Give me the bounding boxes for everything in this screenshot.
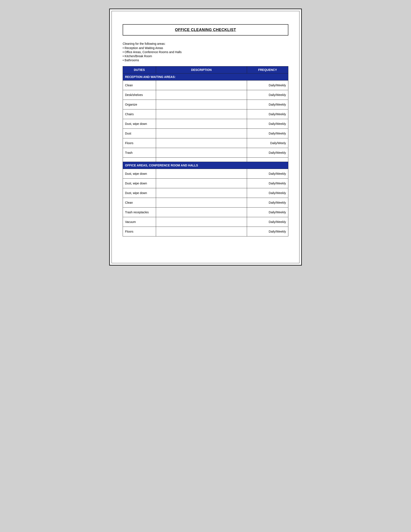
intro-label: Cleaning for the following areas:	[123, 42, 288, 45]
empty-cell	[156, 158, 247, 162]
table-row: CleanDaily/Weekly	[123, 81, 288, 90]
duty-cell: Floors	[123, 138, 156, 148]
duty-cell: Floors	[123, 227, 156, 237]
description-cell	[156, 179, 247, 188]
bullet-item: Kitchen/Break Room	[123, 54, 288, 58]
description-cell	[156, 90, 247, 100]
frequency-cell: Daily/Weekly	[247, 179, 288, 188]
page-title: OFFICE CLEANING CHECKLIST	[175, 28, 236, 32]
title-box: OFFICE CLEANING CHECKLIST	[123, 24, 288, 36]
duty-cell: Chairs	[123, 109, 156, 119]
header-description: DESCRIPTION	[156, 66, 247, 74]
table-row: Dust, wipe downDaily/Weekly	[123, 188, 288, 198]
duty-cell: Dust, wipe down	[123, 119, 156, 129]
frequency-cell: Daily/Weekly	[247, 198, 288, 208]
table-row: OrganizeDaily/Weekly	[123, 100, 288, 109]
duty-cell: Clean	[123, 81, 156, 90]
table-header-row: DUTIES DESCRIPTION FREQUENCY	[123, 66, 288, 74]
frequency-cell: Daily/Weely	[247, 138, 288, 148]
frequency-cell: Daily/Weekly	[247, 100, 288, 109]
section-title: RECEPTION AND WAITING AREAS:	[123, 74, 288, 81]
bullet-item: Bathrooms	[123, 58, 288, 62]
duty-cell: Dust, wipe down	[123, 169, 156, 179]
intro-section: Cleaning for the following areas: Recept…	[123, 42, 288, 62]
duty-cell: Dust	[123, 129, 156, 138]
description-cell	[156, 119, 247, 129]
section-header-row: OFFICE AREAS, CONFERENCE ROOM AND HALLS	[123, 162, 288, 169]
table-row: CleanDaily/Weekly	[123, 198, 288, 208]
table-row: FloorsDaily/Weely	[123, 138, 288, 148]
bullet-item: Reception and Waiting Areas	[123, 46, 288, 50]
table-row: Dust, wipe downDaily/Weekly	[123, 179, 288, 188]
empty-cell	[247, 158, 288, 162]
checklist-table: DUTIES DESCRIPTION FREQUENCY RECEPTION A…	[123, 66, 288, 237]
duty-cell: Vacuum	[123, 217, 156, 227]
description-cell	[156, 198, 247, 208]
frequency-cell: Daily/Weekly	[247, 188, 288, 198]
frequency-cell: Daily/Weekly	[247, 217, 288, 227]
frequency-cell: Daily/Weekly	[247, 109, 288, 119]
table-row: VacuumDaily/Weekly	[123, 217, 288, 227]
section-header-row: RECEPTION AND WAITING AREAS:	[123, 74, 288, 81]
description-cell	[156, 217, 247, 227]
description-cell	[156, 188, 247, 198]
frequency-cell: Daily/Weekly	[247, 81, 288, 90]
table-row: ChairsDaily/Weekly	[123, 109, 288, 119]
frequency-cell: Daily/Weekly	[247, 119, 288, 129]
description-cell	[156, 169, 247, 179]
table-row: FloorsDaily/Weekly	[123, 227, 288, 237]
description-cell	[156, 129, 247, 138]
duty-cell: Desk/shelves	[123, 90, 156, 100]
table-row: Desk/shelvesDaily/Weekly	[123, 90, 288, 100]
frequency-cell: Daily/Weekly	[247, 148, 288, 158]
duty-cell: Trash receptacles	[123, 208, 156, 217]
description-cell	[156, 148, 247, 158]
frequency-cell: Daily/Weekly	[247, 90, 288, 100]
duty-cell: Dust, wipe down	[123, 179, 156, 188]
empty-cell	[123, 158, 156, 162]
empty-row	[123, 158, 288, 162]
description-cell	[156, 100, 247, 109]
table-row: TrashDaily/Weekly	[123, 148, 288, 158]
description-cell	[156, 81, 247, 90]
description-cell	[156, 138, 247, 148]
duty-cell: Organize	[123, 100, 156, 109]
bullet-list: Reception and Waiting AreasOffice Areas,…	[123, 46, 288, 62]
duty-cell: Clean	[123, 198, 156, 208]
page: OFFICE CLEANING CHECKLIST Cleaning for t…	[109, 9, 302, 266]
description-cell	[156, 227, 247, 237]
frequency-cell: Daily/Weekly	[247, 208, 288, 217]
section-title: OFFICE AREAS, CONFERENCE ROOM AND HALLS	[123, 162, 288, 169]
header-duties: DUTIES	[123, 66, 156, 74]
bullet-item: Office Areas, Conference Rooms and Halls	[123, 50, 288, 54]
header-frequency: FREQUENCY	[247, 66, 288, 74]
table-row: DustDaily/Weekly	[123, 129, 288, 138]
description-cell	[156, 208, 247, 217]
frequency-cell: Daily/Weekly	[247, 227, 288, 237]
table-row: Dust, wipe downDaily/Weekly	[123, 169, 288, 179]
frequency-cell: Daily/Weekly	[247, 169, 288, 179]
table-row: Dust, wipe downDaily/Weekly	[123, 119, 288, 129]
table-row: Trash receptaclesDaily/Weekly	[123, 208, 288, 217]
duty-cell: Dust, wipe down	[123, 188, 156, 198]
description-cell	[156, 109, 247, 119]
duty-cell: Trash	[123, 148, 156, 158]
frequency-cell: Daily/Weekly	[247, 129, 288, 138]
